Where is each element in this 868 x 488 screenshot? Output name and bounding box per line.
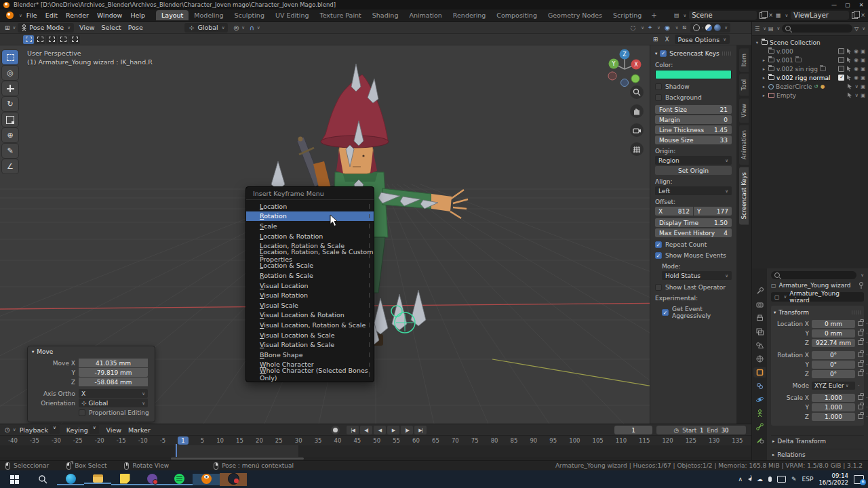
display-icon[interactable] xyxy=(777,476,786,483)
proportional-edit-icon[interactable]: ◌ xyxy=(629,24,637,31)
viewport-3d[interactable]: ⊞ ∨ Pose Mode ∨ ViewSelectPose ⊹ Global … xyxy=(0,22,751,424)
keyframe-menu-item[interactable]: Scale xyxy=(246,221,374,231)
value-slider[interactable]: Font Size21 xyxy=(655,105,732,114)
workspace-tab[interactable]: Animation xyxy=(403,10,447,20)
animate-dot-icon[interactable]: · xyxy=(866,361,868,368)
selectable-icon[interactable] xyxy=(846,48,852,54)
keyframe-menu-item[interactable]: Visual Scale xyxy=(246,300,374,310)
rotation-mode-dropdown[interactable]: XYZ Euler∨ xyxy=(812,382,855,390)
show-last-operator-checkbox[interactable] xyxy=(655,284,662,291)
offset-y-field[interactable]: Y177 xyxy=(694,207,732,216)
zoom-button[interactable] xyxy=(630,85,644,99)
close-icon[interactable]: × xyxy=(861,12,865,18)
color-swatch[interactable] xyxy=(655,70,732,79)
box-select-tool[interactable] xyxy=(2,50,18,64)
current-frame-field[interactable]: 1 xyxy=(614,426,652,434)
render-visibility-icon[interactable]: ▣ xyxy=(861,83,865,89)
selectable-icon[interactable] xyxy=(846,75,852,81)
show-overlays-icon[interactable]: ◉ xyxy=(663,24,671,31)
filter-icon[interactable]: ▽ xyxy=(854,26,859,32)
playhead-line[interactable] xyxy=(176,444,177,457)
pen-icon[interactable]: ✎ xyxy=(791,476,797,483)
keyframe-menu-item[interactable]: Visual Location xyxy=(246,281,374,291)
clock[interactable]: 09:14 16/5/2022 xyxy=(818,472,848,486)
timeline-menu-item[interactable]: Keying ∨ xyxy=(63,425,103,435)
playback-button[interactable]: ◀| xyxy=(360,426,372,434)
solid-shading-active[interactable] xyxy=(702,27,703,28)
timeline-editor-icon[interactable]: ◷ xyxy=(3,426,12,433)
blender-menu-icon[interactable] xyxy=(6,12,14,19)
start-value[interactable]: 1 xyxy=(700,427,703,434)
lock-icon[interactable] xyxy=(858,395,863,400)
pose-options-dropdown[interactable]: Pose Options ∨ xyxy=(675,35,730,44)
chevron-down-icon[interactable]: ∨ xyxy=(861,272,864,278)
taskbar-app-button[interactable] xyxy=(111,474,138,485)
visibility-eye-icon[interactable] xyxy=(854,92,859,98)
view-layer-selector[interactable]: ViewLayer xyxy=(791,11,849,20)
workspace-tab[interactable]: Geometry Nodes xyxy=(542,10,608,20)
tab-constraints[interactable] xyxy=(753,381,766,391)
rotate-tool[interactable]: ↻ xyxy=(2,97,18,111)
max-event-history-slider[interactable]: Max Event History4 xyxy=(655,228,732,237)
relations-panel[interactable]: ▸ Relations xyxy=(771,449,864,460)
new-scene-icon[interactable] xyxy=(760,12,766,19)
clock-icon[interactable]: ◷ xyxy=(673,427,679,434)
keyframe-menu-item[interactable]: Rotation & Scale xyxy=(246,270,374,281)
shadow-checkbox[interactable] xyxy=(655,83,662,90)
background-checkbox[interactable] xyxy=(655,94,662,101)
selectable-icon[interactable] xyxy=(846,57,852,63)
align-dropdown[interactable]: Left∨ xyxy=(655,186,732,195)
speaker-icon[interactable] xyxy=(748,477,751,481)
keyframe-menu-item[interactable]: Visual Rotation & Scale xyxy=(246,340,374,350)
keyframe-menu-item[interactable]: BBone Shape xyxy=(246,350,374,360)
breadcrumb[interactable]: Armature_Young wizard xyxy=(779,282,851,289)
select-mode-intersect-button[interactable] xyxy=(69,35,80,44)
selectable-icon[interactable] xyxy=(847,83,852,89)
keyframe-menu-item[interactable]: Visual Rotation xyxy=(246,290,374,300)
exclude-checkbox[interactable] xyxy=(838,48,844,54)
pin-icon[interactable] xyxy=(859,282,864,289)
keyframe-menu-item[interactable]: Location & Scale xyxy=(246,261,374,271)
outliner-item-row[interactable]: ▸ v.002 rigg normal ↺ ● xyxy=(755,73,867,82)
select-mode-subtract-button[interactable] xyxy=(46,35,57,44)
render-visibility-icon[interactable]: ▣ xyxy=(861,92,865,98)
visibility-eye-icon[interactable] xyxy=(854,66,859,72)
annotate-tool[interactable]: ✎ xyxy=(2,144,18,158)
animate-dot-icon[interactable]: · xyxy=(866,371,868,378)
render-visibility-icon[interactable]: ▣ xyxy=(861,48,865,54)
rendered-shading-icon[interactable] xyxy=(714,24,721,31)
render-visibility-icon[interactable]: ▣ xyxy=(861,75,865,81)
collapse-arrow-icon[interactable]: ▾ xyxy=(32,349,34,354)
auto-keying-record-button[interactable] xyxy=(331,426,340,434)
get-event-aggressively-checkbox[interactable]: ✓ xyxy=(662,309,669,316)
chevron-down-icon[interactable]: ∨ xyxy=(684,13,687,18)
collapse-arrow-icon[interactable]: ▾ xyxy=(655,51,657,56)
keyframe-menu-item[interactable]: Location, Rotation, Scale & Custom Prope… xyxy=(246,251,374,261)
ortho-toggle-button[interactable] xyxy=(630,142,644,156)
set-origin-button[interactable]: Set Origin xyxy=(655,166,732,175)
keyframe-menu-item[interactable]: Visual Location & Scale xyxy=(246,330,374,340)
transform-value-field[interactable]: 0 mm xyxy=(812,320,855,328)
playback-button[interactable]: ▶| xyxy=(414,426,427,434)
workspace-tab[interactable]: Sculpting xyxy=(229,10,270,20)
timeline-scroll-handle[interactable] xyxy=(171,458,304,460)
show-mouse-events-checkbox[interactable]: ✓ xyxy=(655,252,662,259)
animate-dot-icon[interactable]: · xyxy=(866,352,868,359)
scale-tool[interactable] xyxy=(2,113,18,127)
tab-output[interactable] xyxy=(753,313,766,323)
expand-icon[interactable]: ▸ xyxy=(762,66,766,72)
display-mode-icon[interactable]: ☰ xyxy=(755,26,760,32)
render-visibility-icon[interactable]: ▣ xyxy=(861,57,865,63)
material-shading-icon[interactable] xyxy=(705,24,712,31)
value-slider[interactable]: Line Thickness1.45 xyxy=(655,125,732,134)
transform-value-field[interactable]: 922.74 mm xyxy=(812,339,855,347)
panel-grip[interactable] xyxy=(722,52,732,56)
tab-view-layer[interactable] xyxy=(753,327,766,337)
outliner-item-row[interactable]: ▸ Empty ↺ ● xyxy=(755,91,867,100)
scene-selector[interactable]: Scene xyxy=(689,11,757,20)
sidebar-tab[interactable]: View xyxy=(739,98,749,123)
animate-dot-icon[interactable]: · xyxy=(866,413,868,420)
snap-magnet-icon[interactable]: ∩ xyxy=(248,24,256,31)
animate-dot-icon[interactable]: · xyxy=(866,394,868,401)
tray-expand-icon[interactable]: ∧ xyxy=(738,476,743,483)
